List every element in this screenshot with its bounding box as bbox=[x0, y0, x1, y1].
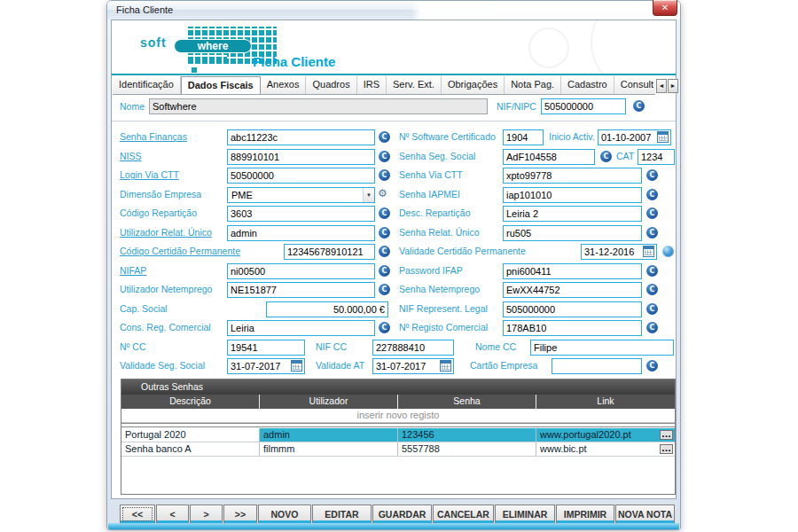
calendar-icon[interactable] bbox=[657, 131, 669, 143]
utilizador-relat-unico-input[interactable] bbox=[227, 225, 375, 241]
desc-reparticao-input[interactable] bbox=[503, 206, 642, 222]
tab-irs[interactable]: IRS bbox=[357, 76, 387, 94]
gear-icon[interactable]: ⚙ bbox=[378, 188, 387, 200]
senha-seg-social-input[interactable] bbox=[503, 149, 595, 165]
utilizador-relat-unico-link[interactable]: Utilizador Relat. Único bbox=[120, 227, 212, 238]
copy-icon[interactable]: C bbox=[379, 227, 390, 239]
copy-icon[interactable]: C bbox=[379, 207, 390, 219]
niss-link[interactable]: NISS bbox=[120, 151, 142, 161]
guardar-button[interactable]: GUARDAR bbox=[372, 505, 432, 524]
eliminar-button[interactable]: ELIMINAR bbox=[495, 505, 555, 524]
nif-cc-input[interactable] bbox=[372, 340, 454, 356]
calendar-icon[interactable] bbox=[291, 360, 302, 372]
copy-icon[interactable]: C bbox=[633, 100, 645, 112]
tab-quadros[interactable]: Quadros bbox=[306, 76, 356, 94]
tab-scroll-left-icon[interactable]: ◄ bbox=[656, 79, 667, 93]
tab-dados-fiscais[interactable]: Dados Fiscais bbox=[181, 76, 261, 95]
codigo-certidao-permanente-input[interactable] bbox=[284, 244, 375, 260]
nif-represent-legal-input[interactable] bbox=[503, 301, 642, 317]
nome-cc-input[interactable] bbox=[530, 340, 674, 356]
copy-icon[interactable]: C bbox=[379, 131, 390, 143]
tab-serv-ext[interactable]: Serv. Ext. bbox=[387, 76, 442, 94]
copy-icon[interactable]: C bbox=[646, 227, 658, 239]
ellipsis-button[interactable]: ... bbox=[660, 444, 673, 454]
senha-relat-unico-input[interactable] bbox=[503, 225, 642, 241]
nifap-link[interactable]: NIFAP bbox=[120, 265, 146, 276]
tab-cadastro[interactable]: Cadastro bbox=[561, 76, 614, 94]
nome-input[interactable] bbox=[149, 98, 488, 114]
tab-consult[interactable]: Consult bbox=[614, 76, 655, 94]
nova-nota-button[interactable]: NOVA NOTA bbox=[615, 505, 675, 524]
copy-icon[interactable]: C bbox=[379, 246, 390, 257]
calendar-icon[interactable] bbox=[440, 360, 451, 372]
dimensao-empresa-select[interactable]: PME ▼ bbox=[227, 187, 375, 203]
next-record-button[interactable]: > bbox=[190, 505, 223, 524]
ellipsis-button[interactable]: ... bbox=[660, 430, 673, 440]
cancelar-button[interactable]: CANCELAR bbox=[433, 505, 494, 524]
login-via-ctt-link[interactable]: Login Via CTT bbox=[120, 169, 179, 180]
novo-button[interactable]: NOVO bbox=[258, 505, 311, 524]
senha-netemprego-input[interactable] bbox=[503, 282, 642, 298]
window-titlebar[interactable]: Ficha Cliente bbox=[107, 1, 680, 20]
senha-iapmei-input[interactable] bbox=[503, 187, 642, 203]
num-software-certificado-input[interactable] bbox=[503, 129, 544, 145]
copy-icon[interactable]: C bbox=[379, 169, 390, 181]
table-splitter[interactable] bbox=[121, 423, 675, 427]
nif-nipc-input[interactable] bbox=[541, 98, 626, 114]
previous-record-button[interactable]: < bbox=[156, 505, 189, 524]
column-header-descricao[interactable]: Descrição bbox=[121, 395, 260, 409]
copy-icon[interactable]: C bbox=[646, 360, 658, 372]
nifap-input[interactable] bbox=[227, 263, 375, 279]
tab-obrigacoes[interactable]: Obrigações bbox=[442, 76, 505, 94]
copy-icon[interactable]: C bbox=[646, 265, 658, 277]
senha-financas-input[interactable] bbox=[227, 129, 375, 145]
copy-icon[interactable]: C bbox=[646, 303, 658, 315]
copy-icon[interactable]: C bbox=[646, 169, 658, 181]
copy-icon[interactable]: C bbox=[379, 265, 390, 277]
cartao-empresa-input[interactable] bbox=[552, 358, 642, 374]
cons-reg-comercial-input[interactable] bbox=[227, 320, 375, 336]
copy-icon[interactable]: C bbox=[646, 207, 658, 219]
password-ifap-input[interactable] bbox=[503, 263, 642, 279]
codigo-reparticao-input[interactable] bbox=[227, 206, 375, 222]
senha-financas-link[interactable]: Senha Finanças bbox=[120, 131, 187, 142]
column-header-utilizador[interactable]: Utilizador bbox=[260, 395, 398, 409]
cell-utilizador[interactable]: filmmm bbox=[260, 442, 398, 456]
column-header-senha[interactable]: Senha bbox=[398, 395, 536, 409]
cell-senha[interactable]: 5557788 bbox=[398, 442, 536, 456]
copy-icon[interactable]: C bbox=[379, 151, 390, 162]
close-icon[interactable]: ✕ bbox=[653, 0, 677, 16]
copy-icon[interactable]: C bbox=[646, 189, 658, 200]
cat-input[interactable] bbox=[638, 149, 675, 165]
cell-utilizador[interactable]: admin bbox=[260, 428, 398, 442]
codigo-certidao-permanente-link[interactable]: Código Certidão Permanente bbox=[120, 246, 240, 256]
cap-social-input[interactable] bbox=[266, 301, 388, 317]
cell-descricao[interactable]: Portugal 2020 bbox=[121, 428, 260, 442]
senha-via-ctt-input[interactable] bbox=[503, 168, 642, 184]
cell-descricao[interactable]: Senha banco A bbox=[121, 442, 260, 456]
cell-link[interactable]: www.bic.pt ... bbox=[536, 442, 675, 456]
niss-input[interactable] bbox=[227, 149, 375, 165]
num-registo-comercial-input[interactable] bbox=[503, 320, 642, 336]
utilizador-netemprego-input[interactable] bbox=[227, 282, 375, 298]
tab-nota-pag[interactable]: Nota Pag. bbox=[505, 76, 561, 94]
editar-button[interactable]: EDITAR bbox=[312, 505, 372, 524]
globe-icon[interactable] bbox=[662, 246, 674, 257]
column-header-link[interactable]: Link bbox=[536, 395, 675, 409]
copy-icon[interactable]: C bbox=[646, 284, 658, 295]
copy-icon[interactable]: C bbox=[379, 284, 390, 295]
copy-icon[interactable]: C bbox=[379, 322, 390, 333]
insert-new-record-row[interactable]: inserir novo registo bbox=[121, 409, 675, 423]
login-via-ctt-input[interactable] bbox=[227, 168, 375, 184]
cell-senha[interactable]: 123456 bbox=[398, 428, 536, 442]
copy-icon[interactable]: C bbox=[646, 322, 658, 333]
cell-link[interactable]: www.portugal2020.pt ... bbox=[536, 428, 675, 442]
last-record-button[interactable]: >> bbox=[223, 505, 257, 524]
num-cc-input[interactable] bbox=[227, 340, 305, 356]
tab-anexos[interactable]: Anexos bbox=[261, 76, 307, 94]
table-row[interactable]: Senha banco A filmmm 5557788 www.bic.pt … bbox=[121, 442, 675, 457]
first-record-button[interactable]: << bbox=[120, 505, 155, 524]
tab-scroll-right-icon[interactable]: ► bbox=[668, 79, 678, 93]
copy-icon[interactable]: C bbox=[600, 151, 612, 162]
table-row[interactable]: Portugal 2020 admin 123456 www.portugal2… bbox=[121, 428, 675, 442]
